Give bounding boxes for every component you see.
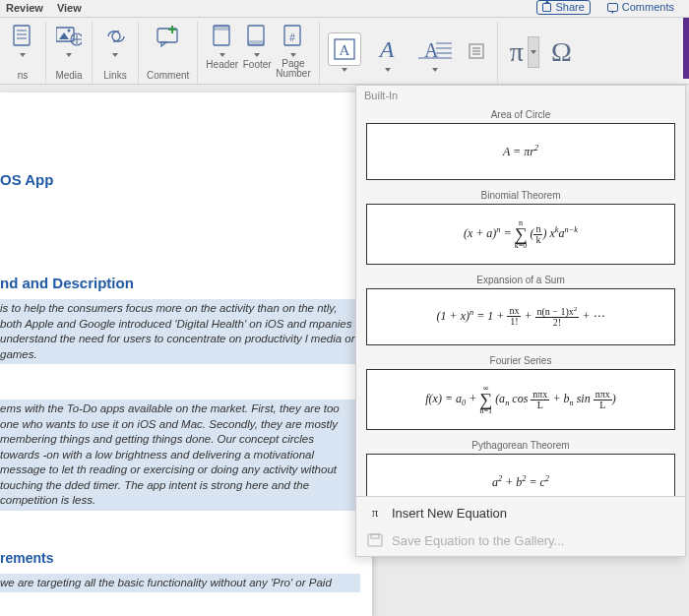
equation-item-preview: (x + a)n = n∑k=0 (nk) xkan−k xyxy=(366,204,675,265)
text-box-button[interactable]: A xyxy=(328,32,361,66)
ribbon-group-links: Links xyxy=(93,22,139,83)
equation-item-area-of-circle[interactable]: Area of Circle A = πr2 xyxy=(366,105,675,180)
wordart-icon: A xyxy=(373,35,403,63)
svg-rect-17 xyxy=(248,40,264,45)
link-icon xyxy=(102,24,128,49)
drop-cap-icon: A xyxy=(416,37,454,61)
ribbon-group-textbox: A A A xyxy=(320,22,498,83)
more-icon xyxy=(468,42,487,62)
equation-item-preview: f(x) = a0 + ∞∑n=1 (an cos nπxL + bn sin … xyxy=(366,369,675,430)
footer-icon xyxy=(244,24,270,49)
equation-button[interactable]: π xyxy=(506,36,543,68)
text-box-icon: A xyxy=(334,38,355,60)
omega-icon: Ω xyxy=(551,36,572,67)
tab-view[interactable]: View xyxy=(57,2,82,17)
svg-rect-10 xyxy=(157,29,177,42)
footer-button[interactable] xyxy=(242,24,272,57)
equation-item-title: Fourier Series xyxy=(366,351,675,369)
truncated-group-label: ns xyxy=(18,68,29,81)
heading-3: rements xyxy=(0,550,360,566)
svg-text:A: A xyxy=(339,42,349,58)
ribbon-group-comment: Comment xyxy=(139,22,198,83)
media-icon xyxy=(56,24,82,49)
page-number-label: Page Number xyxy=(276,57,311,79)
svg-rect-33 xyxy=(371,534,379,538)
equation-gallery-footer: π Insert New Equation Save Equation to t… xyxy=(356,496,685,556)
share-label: Share xyxy=(555,1,584,14)
title-tab-bar: Review View Share Comments xyxy=(0,0,689,18)
equation-item-fourier-series[interactable]: Fourier Series f(x) = a0 + ∞∑n=1 (an cos… xyxy=(366,351,675,430)
new-comment-icon xyxy=(156,24,181,49)
equation-item-preview: (1 + x)n = 1 + nx1! + n(n − 1)x22! + ⋯ xyxy=(366,288,675,345)
heading-2: nd and Description xyxy=(0,275,360,291)
comment-button[interactable] xyxy=(154,24,183,49)
paragraph-1: is to help the consumers focus more on t… xyxy=(0,299,360,364)
equation-dropdown[interactable] xyxy=(528,36,539,68)
links-label: Links xyxy=(103,68,126,81)
insert-new-equation-label: Insert New Equation xyxy=(392,506,507,521)
svg-rect-0 xyxy=(14,26,30,45)
equation-item-pythagorean-theorem[interactable]: Pythagorean Theorem a2 + b2 = c2 xyxy=(366,436,675,496)
symbol-button[interactable]: Ω xyxy=(551,36,572,68)
wordart-button[interactable]: A xyxy=(371,32,405,66)
svg-text:#: # xyxy=(289,32,295,43)
insert-new-equation[interactable]: π Insert New Equation xyxy=(356,499,685,526)
header-icon xyxy=(210,24,235,49)
footer-label: Footer xyxy=(243,57,272,70)
media-button[interactable] xyxy=(54,24,84,57)
svg-marker-5 xyxy=(59,32,69,39)
equation-item-preview: a2 + b2 = c2 xyxy=(366,454,675,496)
svg-point-6 xyxy=(68,30,71,32)
comments-button[interactable]: Comments xyxy=(602,0,679,15)
comment-label: Comment xyxy=(147,68,189,81)
page-icon xyxy=(10,24,35,49)
save-equation-label: Save Equation to the Gallery... xyxy=(392,533,564,548)
equation-gallery-list[interactable]: Area of Circle A = πr2 Binomial Theorem … xyxy=(356,105,685,496)
paragraph-3: we are targeting all the basic functiona… xyxy=(0,574,360,593)
svg-rect-32 xyxy=(368,534,382,546)
header-button[interactable] xyxy=(208,24,237,57)
svg-marker-11 xyxy=(161,42,166,46)
truncated-button[interactable] xyxy=(8,24,37,57)
page-number-icon: # xyxy=(281,24,306,49)
comment-icon xyxy=(607,3,618,12)
document-page[interactable]: OS App nd and Description is to help the… xyxy=(0,92,372,616)
equation-gallery-header: Built-In xyxy=(356,86,685,105)
share-icon xyxy=(542,3,551,12)
equation-gallery-panel: Built-In Area of Circle A = πr2 Binomial… xyxy=(355,85,686,557)
ribbon-group-truncated: ns xyxy=(0,22,46,83)
ribbon-edge xyxy=(683,18,689,79)
equation-item-title: Expansion of a Sum xyxy=(366,271,675,288)
drop-cap-button[interactable]: A xyxy=(414,32,456,66)
paragraph-2: ems with the To-Do apps available on the… xyxy=(0,400,360,511)
pi-icon: π xyxy=(510,36,524,68)
ribbon-group-media: Media xyxy=(46,22,93,83)
pi-icon: π xyxy=(366,505,384,521)
ribbon-group-symbols: π Ω xyxy=(498,22,580,83)
equation-item-expansion-of-a-sum[interactable]: Expansion of a Sum (1 + x)n = 1 + nx1! +… xyxy=(366,271,675,345)
comments-label: Comments xyxy=(622,1,674,14)
ribbon-group-header-footer: Header Footer # Page Number xyxy=(198,22,319,83)
save-icon xyxy=(366,532,384,548)
svg-text:A: A xyxy=(377,36,394,62)
equation-item-title: Pythagorean Theorem xyxy=(366,436,675,454)
ribbon: ns Media Links xyxy=(0,18,689,85)
share-button[interactable]: Share xyxy=(536,0,590,15)
equation-item-binomial-theorem[interactable]: Binomial Theorem (x + a)n = n∑k=0 (nk) x… xyxy=(366,186,675,265)
text-tools-more[interactable] xyxy=(466,35,489,69)
links-button[interactable] xyxy=(100,24,130,57)
media-label: Media xyxy=(55,68,82,81)
header-label: Header xyxy=(206,57,238,70)
tab-review[interactable]: Review xyxy=(6,2,43,17)
equation-item-preview: A = πr2 xyxy=(366,123,675,180)
equation-item-title: Binomial Theorem xyxy=(366,186,675,204)
save-equation-to-gallery: Save Equation to the Gallery... xyxy=(356,526,685,554)
page-number-button[interactable]: # xyxy=(279,24,308,57)
heading-1: OS App xyxy=(0,171,360,188)
equation-item-title: Area of Circle xyxy=(366,105,675,123)
svg-rect-15 xyxy=(214,26,229,31)
